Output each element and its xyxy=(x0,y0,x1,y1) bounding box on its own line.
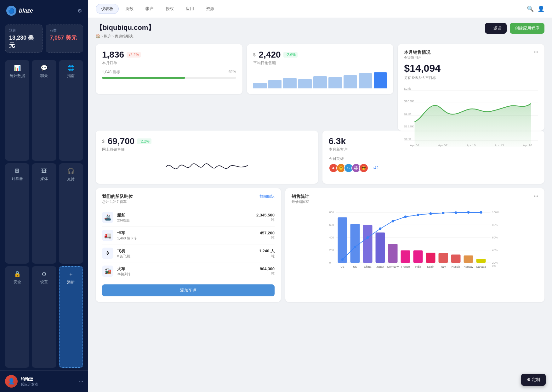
more-icon[interactable]: ••• xyxy=(534,50,538,54)
guide-icon: 🌐 xyxy=(67,64,74,71)
total-sales-value: 69,700 xyxy=(108,136,135,146)
svg-text:Spain: Spain xyxy=(427,265,434,268)
fleet-train-amount: 804,300 xyxy=(260,266,275,271)
mini-bar-4 xyxy=(313,76,327,88)
add-vehicle-button[interactable]: 添加车辆 xyxy=(102,284,275,296)
sidebar-item-support[interactable]: 🎧 支持 xyxy=(59,163,83,264)
fleet-item-plane: ✈ 飞机 8 架飞机 1,240 人 吨 xyxy=(102,244,275,262)
customize-button[interactable]: ⚙ 定制 xyxy=(521,374,546,386)
svg-text:$13.5K: $13.5K xyxy=(404,125,414,128)
nav-actions: 🔍 👤 xyxy=(527,5,544,12)
sidebar-item-guide[interactable]: 🌐 指南 xyxy=(59,60,83,161)
svg-text:Germany: Germany xyxy=(387,265,399,268)
svg-rect-30 xyxy=(401,250,410,263)
svg-point-42 xyxy=(404,216,407,218)
stats-title-section: 销售统计 最畅销国家 xyxy=(292,194,309,204)
media-icon: 🖼 xyxy=(41,168,47,174)
sidebar-item-chat[interactable]: 💬 聊天 xyxy=(32,60,56,161)
fleet-ship-count: 234艘船 xyxy=(117,218,253,223)
add-icon: + xyxy=(69,271,73,278)
svg-point-43 xyxy=(417,214,419,216)
fleet-item-truck: 🚛 卡车 1,460 辆卡车 457,200 吨 xyxy=(102,227,275,244)
sidebar-item-media[interactable]: 🖼 媒体 xyxy=(32,163,56,264)
sales-title: 本月销售情况 xyxy=(404,50,430,55)
logo-icon: 🔵 xyxy=(6,6,16,16)
svg-point-39 xyxy=(366,236,369,239)
tab-auth[interactable]: 授权 xyxy=(160,4,179,14)
mini-bar-7 xyxy=(359,73,372,88)
nav-tabs: 仪表板 页数 帐户 授权 应用 资源 xyxy=(96,4,219,14)
svg-text:Russia: Russia xyxy=(452,265,460,268)
tab-pages[interactable]: 页数 xyxy=(120,4,139,14)
svg-text:Apr 04: Apr 04 xyxy=(410,144,419,147)
hero-5: 😎 xyxy=(359,163,368,173)
fleet-item-ship: 🚢 船舶 234艘船 2,345,500 吨 xyxy=(102,209,275,227)
fleet-link[interactable]: 检阅舰队 xyxy=(259,194,275,199)
orders-label: 本月订单 xyxy=(102,60,236,66)
sidebar-item-stats[interactable]: 📊 统计数据 xyxy=(5,60,29,161)
sidebar-item-security[interactable]: 🔒 安全 xyxy=(5,266,29,368)
svg-text:80%: 80% xyxy=(492,223,498,227)
fleet-truck-unit: 吨 xyxy=(260,235,275,240)
breadcrumb-home[interactable]: 🏠 xyxy=(96,34,100,38)
plane-icon: ✈ xyxy=(102,248,113,259)
svg-text:Apr 07: Apr 07 xyxy=(438,144,448,147)
top-nav: 仪表板 页数 帐户 授权 应用 资源 🔍 👤 xyxy=(88,0,552,18)
invite-button[interactable]: + 邀请 xyxy=(485,23,507,34)
fleet-truck-count: 1,460 辆卡车 xyxy=(117,236,256,241)
create-app-button[interactable]: 创建应用程序 xyxy=(510,23,544,34)
orders-card: 1,836 ↓2.2% 本月订单 1,048 目标 62% xyxy=(96,44,242,94)
hero-count: +42 xyxy=(372,166,378,170)
search-icon[interactable]: 🔍 xyxy=(527,5,534,12)
avg-sales-label: 平均日销售额 xyxy=(253,60,387,66)
chat-icon: 💬 xyxy=(41,64,48,71)
fleet-ship-unit: 吨 xyxy=(256,217,275,222)
tab-resources[interactable]: 资源 xyxy=(201,4,219,14)
tab-apps[interactable]: 应用 xyxy=(180,4,199,14)
media-label: 媒体 xyxy=(40,176,48,182)
app-name: blaze xyxy=(19,8,33,14)
sales-line-chart: $24k $20.5K $17K $13.5K $10K xyxy=(404,84,538,125)
sidebar-item-add[interactable]: + 添新 xyxy=(59,266,83,368)
guide-label: 指南 xyxy=(67,73,75,79)
sidebar-item-settings[interactable]: ⚙ 设置 xyxy=(32,266,56,368)
svg-rect-34 xyxy=(451,255,460,263)
fleet-train-name: 火车 xyxy=(117,266,256,272)
calc-icon: 🖩 xyxy=(14,168,20,174)
heroes-label: 今日英雄 xyxy=(329,156,538,161)
user-nav-icon[interactable]: 👤 xyxy=(538,5,544,12)
sales-note: 另有 $48,346 至目标 xyxy=(404,76,538,80)
settings-icon[interactable]: ⚙ xyxy=(77,8,82,14)
fleet-total: 总计 1,247 辆车 xyxy=(102,199,133,204)
stats-title: 销售统计 xyxy=(292,194,309,199)
fleet-card: 我们的船队吨位 总计 1,247 辆车 检阅舰队 🚢 船舶 234艘船 2,34… xyxy=(96,188,281,302)
svg-text:Apr 16: Apr 16 xyxy=(523,144,532,147)
truck-icon: 🚛 xyxy=(102,230,113,241)
sidebar-item-calc[interactable]: 🖩 计算器 xyxy=(5,163,29,264)
fleet-ship-name: 船舶 xyxy=(117,212,253,218)
chat-label: 聊天 xyxy=(40,73,48,79)
breadcrumb-account[interactable]: 帐户 xyxy=(104,34,111,38)
svg-text:400: 400 xyxy=(329,236,334,239)
security-label: 安全 xyxy=(14,279,21,285)
bottom-grid: 我们的船队吨位 总计 1,247 辆车 检阅舰队 🚢 船舶 234艘船 2,34… xyxy=(96,188,544,302)
support-label: 支持 xyxy=(67,176,75,182)
svg-text:France: France xyxy=(401,265,410,268)
stats-more-icon[interactable]: ••• xyxy=(534,194,538,204)
user-role: 反应开发者 xyxy=(21,382,76,387)
svg-text:40%: 40% xyxy=(492,249,498,252)
sidebar-stats: 预算 13,230 美元 花费 7,057 美元 xyxy=(0,21,88,58)
user-menu-icon[interactable]: ⋯ xyxy=(79,379,83,384)
stats-label: 统计数据 xyxy=(10,73,25,79)
sales-stats-card: 销售统计 最畅销国家 ••• 800 600 400 200 0 xyxy=(285,188,544,302)
tab-account[interactable]: 帐户 xyxy=(140,4,159,14)
tab-dashboard[interactable]: 仪表板 xyxy=(96,4,119,14)
support-icon: 🎧 xyxy=(67,168,74,175)
svg-point-41 xyxy=(391,220,394,222)
svg-text:$24k: $24k xyxy=(404,87,411,90)
header-actions: + 邀请 创建应用程序 xyxy=(485,23,544,34)
fleet-truck-amount: 457,200 xyxy=(260,231,275,235)
svg-text:$20.5K: $20.5K xyxy=(404,100,414,103)
page-header: 【biqubiqu.com】 🏠 › 帐户 › 奥弗维耶夫 + 邀请 创建应用程… xyxy=(96,23,544,39)
svg-text:60%: 60% xyxy=(492,236,498,239)
